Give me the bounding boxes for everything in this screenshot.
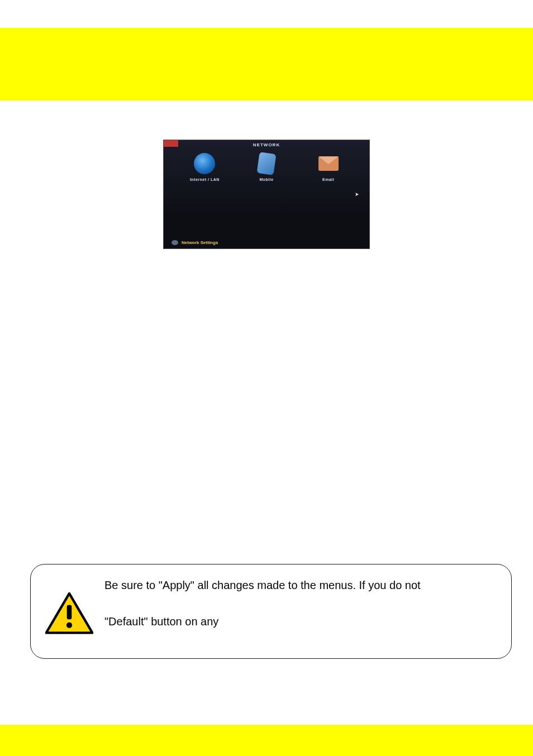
- menu-item-label: Internet / LAN: [190, 178, 220, 181]
- warning-text-line2: "Default" button on any: [104, 613, 494, 630]
- screenshot-title: NETWORK: [164, 142, 369, 147]
- screenshot-footer-label: Network Settings: [182, 240, 218, 245]
- warning-triangle-icon: [45, 592, 93, 635]
- menu-item-label: Email: [322, 178, 334, 181]
- cursor-icon: ➤: [355, 192, 359, 197]
- globe-icon: [194, 153, 215, 174]
- screenshot-icon-row: Internet / LAN Mobile Email: [164, 147, 369, 181]
- page-content: NETWORK Internet / LAN Mobile Email ➤: [0, 140, 533, 249]
- screenshot-footer: Network Settings: [172, 240, 218, 245]
- footer-yellow-band: [0, 725, 533, 756]
- menu-item-internet-lan: Internet / LAN: [179, 153, 230, 181]
- menu-item-email: Email: [303, 153, 354, 181]
- warning-text-line1: Be sure to "Apply" all changes made to t…: [104, 577, 494, 594]
- menu-item-mobile: Mobile: [241, 153, 292, 181]
- menu-item-label: Mobile: [259, 178, 273, 181]
- phone-icon: [256, 153, 277, 174]
- page-top-margin: [0, 0, 533, 28]
- warning-callout: Be sure to "Apply" all changes made to t…: [30, 564, 512, 659]
- speech-bubble-icon: [172, 240, 178, 245]
- figure-container: NETWORK Internet / LAN Mobile Email ➤: [34, 140, 499, 249]
- network-menu-screenshot: NETWORK Internet / LAN Mobile Email ➤: [163, 140, 370, 249]
- svg-rect-1: [67, 605, 72, 620]
- header-yellow-band: [0, 28, 533, 101]
- screenshot-corner-artifact: [164, 140, 178, 147]
- svg-point-2: [66, 622, 72, 628]
- mail-icon: [318, 153, 339, 174]
